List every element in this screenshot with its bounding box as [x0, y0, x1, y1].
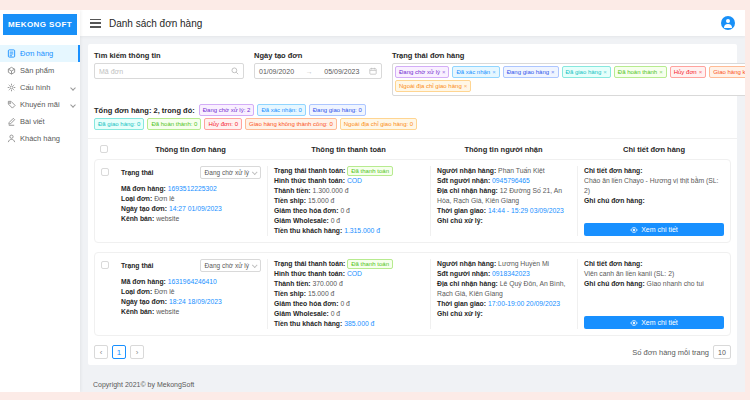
summary-badge: Giao hàng không thành công: 0: [245, 118, 337, 130]
page-1-button[interactable]: 1: [112, 345, 126, 359]
paid-status-tag: Đã thanh toán: [347, 166, 393, 176]
order-detail-cell: Chi tiết đơn hàng: Viên canh ăn liền kan…: [578, 259, 730, 329]
page-title: Danh sách đơn hàng: [109, 18, 202, 29]
pagination: ‹ 1 › Số đơn hàng mỗi trang 10: [94, 345, 731, 359]
search-label: Tìm kiếm thông tin: [94, 51, 244, 60]
date-from[interactable]: 01/09/2020: [259, 68, 294, 75]
row-checkbox[interactable]: [101, 261, 109, 269]
eye-icon: [630, 226, 638, 234]
receiver-info-cell: Người nhận hàng: Phan Tuấn Kiệt Sđt ngườ…: [431, 166, 578, 236]
summary-badge: Đã giao hàng: 0: [94, 118, 144, 130]
chevron-down-icon: [70, 102, 76, 108]
search-input[interactable]: [99, 68, 231, 75]
eye-icon: [630, 319, 638, 327]
status-filter-tag[interactable]: Giao hàng không thành công: [709, 66, 745, 78]
status-multiselect[interactable]: Đang chờ xử lý Đã xác nhận Đang giao hàn…: [392, 63, 745, 96]
next-page-button[interactable]: ›: [130, 345, 144, 359]
close-icon[interactable]: [551, 68, 555, 76]
order-info-cell: Trạng thái Đang chờ xử lý Mã đơn hàng: 1…: [115, 166, 268, 236]
col-header-order-detail: Chi tiết đơn hàng: [577, 145, 731, 154]
orders-summary: Tổng đơn hàng: 2, trong đó: Đang chờ xử …: [94, 103, 731, 131]
order-row: Trạng thái Đang chờ xử lý Mã đơn hàng: 1…: [94, 252, 731, 336]
pencil-icon: [7, 117, 16, 126]
sidebar-item-customers[interactable]: Khách hàng: [0, 130, 80, 147]
summary-prefix: Tổng đơn hàng: 2, trong đó:: [94, 106, 195, 115]
sidebar-item-label: Khách hàng: [20, 134, 60, 143]
close-icon[interactable]: [464, 82, 468, 90]
table-header: Thông tin đơn hàng Thông tin thanh toán …: [94, 139, 731, 159]
sidebar-item-promotions[interactable]: Khuyến mãi: [0, 96, 80, 113]
search-icon[interactable]: [231, 67, 239, 75]
close-icon[interactable]: [492, 68, 496, 76]
payment-info-cell: Trạng thái thanh toán: Đã thanh toán Hìn…: [268, 166, 431, 236]
row-checkbox[interactable]: [101, 168, 109, 176]
date-label: Ngày tạo đơn: [254, 51, 382, 60]
row-status-select[interactable]: Đang chờ xử lý: [200, 259, 261, 272]
sidebar-item-settings[interactable]: Cấu hình: [0, 79, 80, 96]
copyright-text: Copyright 2021© by MekongSoft: [93, 381, 194, 388]
page-size-select[interactable]: 10: [713, 345, 731, 359]
payment-info-cell: Trạng thái thanh toán: Đã thanh toán Hìn…: [268, 259, 431, 329]
search-group: Tìm kiếm thông tin: [94, 51, 244, 96]
status-filter-label: Trạng thái đơn hàng: [392, 51, 745, 60]
top-bar: Danh sách đơn hàng: [80, 10, 745, 36]
calendar-icon: [369, 67, 377, 75]
product-icon: [7, 66, 16, 75]
date-arrow-icon: →: [306, 68, 313, 75]
order-info-cell: Trạng thái Đang chờ xử lý Mã đơn hàng: 1…: [115, 259, 268, 329]
summary-badge: Ngoài địa chỉ giao hàng: 0: [340, 118, 417, 130]
sidebar-item-products[interactable]: Sản phẩm: [0, 62, 80, 79]
status-filter-tag[interactable]: Hủy đơn: [670, 66, 706, 78]
summary-badge: Đã xác nhận: 0: [257, 104, 305, 116]
status-label: Trạng thái: [121, 168, 153, 178]
sidebar-item-orders[interactable]: Đơn hàng: [0, 45, 80, 62]
close-icon[interactable]: [442, 68, 446, 76]
user-avatar-icon[interactable]: [721, 16, 735, 30]
sidebar-item-posts[interactable]: Bài viết: [0, 113, 80, 130]
phone-link[interactable]: 0945796465: [492, 177, 530, 184]
order-code-link[interactable]: 1631964246410: [168, 278, 217, 285]
status-filter-tag[interactable]: Đã hoàn thành: [614, 66, 667, 78]
sidebar-item-label: Đơn hàng: [20, 49, 53, 58]
gear-icon: [7, 83, 16, 92]
order-row: Trạng thái Đang chờ xử lý Mã đơn hàng: 1…: [94, 159, 731, 243]
status-filter-tag[interactable]: Ngoài địa chỉ giao hàng: [395, 80, 471, 92]
caret-down-icon: [252, 262, 258, 268]
status-filter-tag[interactable]: Đã xác nhận: [452, 66, 499, 78]
customer-icon: [7, 134, 16, 143]
sidebar-item-label: Khuyến mãi: [20, 100, 60, 109]
col-header-receiver-info: Thông tin người nhận: [430, 145, 577, 154]
prev-page-button[interactable]: ‹: [94, 345, 108, 359]
phone-link[interactable]: 0918342023: [492, 270, 530, 277]
date-to[interactable]: 05/09/2023: [324, 68, 359, 75]
view-detail-button[interactable]: Xem chi tiết: [584, 223, 724, 236]
view-detail-button[interactable]: Xem chi tiết: [584, 316, 724, 329]
promo-tag-icon: [7, 100, 16, 109]
row-status-select[interactable]: Đang chờ xử lý: [200, 166, 261, 179]
receiver-info-cell: Người nhận hàng: Lương Huyền Mi Sđt ngườ…: [431, 259, 578, 329]
sidebar-item-label: Bài viết: [20, 117, 45, 126]
orders-card: Tìm kiếm thông tin Ngày tạo đơn 01/09/20…: [88, 44, 737, 365]
filter-bar: Tìm kiếm thông tin Ngày tạo đơn 01/09/20…: [94, 51, 731, 96]
app-window: Danh sách đơn hàng MEKONG SOFT Đơn hàng …: [0, 10, 745, 392]
status-label: Trạng thái: [121, 261, 153, 271]
select-all-checkbox[interactable]: [100, 145, 108, 153]
menu-fold-icon[interactable]: [90, 19, 101, 28]
date-range-picker[interactable]: 01/09/2020 → 05/09/2023: [254, 63, 382, 79]
close-icon[interactable]: [659, 68, 663, 76]
order-code-link[interactable]: 1693512225302: [168, 185, 217, 192]
date-group: Ngày tạo đơn 01/09/2020 → 05/09/2023: [254, 51, 382, 96]
caret-down-icon: [252, 169, 258, 175]
status-filter-tag[interactable]: Đã giao hàng: [562, 66, 611, 78]
status-filter-tag[interactable]: Đang giao hàng: [503, 66, 559, 78]
col-header-payment-info: Thông tin thanh toán: [267, 145, 430, 154]
status-filter-tag[interactable]: Đang chờ xử lý: [395, 66, 449, 78]
chevron-down-icon: [70, 85, 76, 91]
paid-status-tag: Đã thanh toán: [347, 259, 393, 269]
search-input-wrap: [94, 63, 244, 79]
order-detail-cell: Chi tiết đơn hàng: Cháo ăn liền Chayo - …: [578, 166, 730, 236]
col-header-order-info: Thông tin đơn hàng: [114, 145, 267, 154]
close-icon[interactable]: [603, 68, 607, 76]
close-icon[interactable]: [699, 68, 703, 76]
summary-badge: Đã hoàn thành: 0: [147, 118, 201, 130]
